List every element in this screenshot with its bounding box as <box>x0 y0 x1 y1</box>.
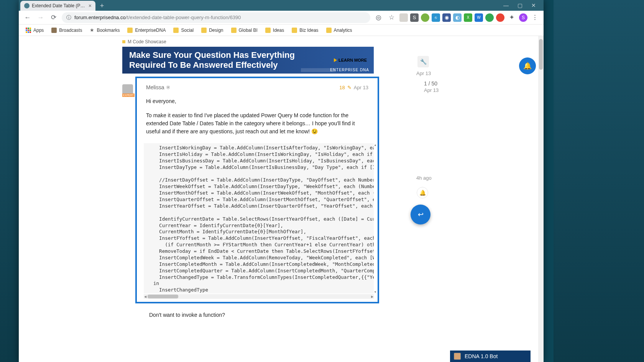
back-button[interactable]: ← <box>23 13 33 23</box>
pencil-icon: ✎ <box>347 85 352 90</box>
chat-title: EDNA 1.0 Bot <box>465 353 498 359</box>
bookmark-label: Social <box>181 28 194 33</box>
timeline-counter[interactable]: 1 / 50 <box>424 80 437 87</box>
minimize-button[interactable]: — <box>501 2 511 8</box>
page-viewport: M Code Showcase Make Sure Your Question … <box>19 36 544 362</box>
scrollbar-thumb[interactable] <box>539 39 543 70</box>
bookmark-bookmarks[interactable]: ★ Bookmarks <box>87 26 123 34</box>
timeline-counter-date: Apr 13 <box>424 87 439 93</box>
menu-button[interactable]: ⋮ <box>530 13 540 23</box>
folder-icon <box>265 28 271 33</box>
bookmark-enterprisedna[interactable]: EnterpriseDNA <box>124 26 169 34</box>
post-card: Melissa ⛨ 18 ✎ Apr 13 Hi everyone, To ma… <box>135 77 379 303</box>
post-avatar-block[interactable]: EXPERT <box>122 84 135 97</box>
post-body: Hi everyone, To make it easier to find I… <box>146 97 368 142</box>
post-paragraph: To make it easier to find I've placed th… <box>146 111 368 136</box>
bookmark-analytics[interactable]: Analytics <box>323 26 355 34</box>
bookmark-label: Global BI <box>239 28 258 33</box>
reload-button[interactable]: ⟳ <box>49 13 59 23</box>
tab-close-icon[interactable]: × <box>89 3 92 9</box>
new-tab-button[interactable]: + <box>97 1 107 11</box>
maximize-button[interactable]: ▢ <box>515 2 524 8</box>
bookmark-apps[interactable]: Apps <box>23 26 47 34</box>
category-label: M Code Showcase <box>128 39 166 44</box>
forward-button[interactable]: → <box>36 13 46 23</box>
followup-text: Don't want to invoke a function? <box>149 312 225 318</box>
notifications-button[interactable]: 🔔 <box>417 187 428 198</box>
promo-banner[interactable]: Make Sure Your Question Has Everything R… <box>122 47 374 74</box>
extension-icon-9[interactable] <box>485 13 494 22</box>
scrollbar-thumb[interactable] <box>148 295 178 298</box>
code-horizontal-scrollbar[interactable]: ◀ ▶ <box>144 294 374 299</box>
category-tag[interactable]: M Code Showcase <box>122 39 166 44</box>
chat-widget[interactable]: EDNA 1.0 Bot <box>450 351 531 362</box>
star-icon: ★ <box>90 27 94 33</box>
extension-icon-7[interactable]: X <box>464 13 472 22</box>
extension-icon-4[interactable]: ⎋ <box>432 13 440 22</box>
extension-icon-3[interactable] <box>421 13 429 22</box>
bookmark-global-bi[interactable]: Global BI <box>228 26 261 34</box>
browser-window: Extended Date Table (Power Qu… × + — ▢ ✕… <box>19 0 544 362</box>
window-controls: — ▢ ✕ <box>496 0 544 11</box>
bookmark-ideas[interactable]: Ideas <box>262 26 287 34</box>
desktop-wallpaper-right <box>554 0 644 362</box>
page-content: M Code Showcase Make Sure Your Question … <box>19 36 538 362</box>
bookmark-label: Apps <box>33 28 44 33</box>
bookmark-design[interactable]: Design <box>198 26 226 34</box>
folder-icon <box>173 28 179 33</box>
extension-icon-1[interactable] <box>399 13 408 22</box>
timeline-start-date[interactable]: Apr 13 <box>416 70 431 76</box>
bookmark-label: Biz Ideas <box>299 28 318 33</box>
folder-icon <box>201 28 207 33</box>
banner-text: Make Sure Your Question Has Everything R… <box>129 50 329 70</box>
bookmark-social[interactable]: Social <box>170 26 197 34</box>
expert-badge: EXPERT <box>122 93 135 97</box>
folder-icon <box>326 28 332 33</box>
bookmark-biz-ideas[interactable]: Biz Ideas <box>289 26 321 34</box>
reply-fab-button[interactable]: ↩ <box>411 205 430 224</box>
tab-bar: Extended Date Table (Power Qu… × + — ▢ ✕ <box>19 0 544 11</box>
code-vertical-scrollbar[interactable]: ▲ ▼ <box>374 143 377 293</box>
address-input[interactable]: ⓘ forum.enterprisedna.co/t/extended-date… <box>62 12 370 23</box>
extension-icon-10[interactable] <box>496 13 504 22</box>
folder-icon <box>231 28 237 33</box>
folder-icon <box>127 28 133 33</box>
scroll-right-icon[interactable]: ▶ <box>370 294 375 299</box>
notification-fab-button[interactable]: 🔔 <box>519 57 536 74</box>
timeline-end-date[interactable]: 4h ago <box>416 175 432 181</box>
bookmark-star-icon[interactable]: ☆ <box>386 13 396 23</box>
address-bar: ← → ⟳ ⓘ forum.enterprisedna.co/t/extende… <box>19 11 544 25</box>
page-scrollbar[interactable] <box>538 36 544 362</box>
edit-count[interactable]: 18 <box>339 85 345 90</box>
post-date[interactable]: Apr 13 <box>354 85 368 90</box>
lock-icon: ⓘ <box>66 14 71 21</box>
scroll-left-icon[interactable]: ◀ <box>143 294 148 299</box>
banner-cta-button[interactable]: LEARN MORE <box>334 56 367 64</box>
post-paragraph: Hi everyone, <box>146 97 368 105</box>
code-block[interactable]: InsertIsWorkingDay = Table.AddColumn(Ins… <box>144 143 374 293</box>
bookmark-broadcasts[interactable]: Broadcasts <box>48 26 85 34</box>
close-window-button[interactable]: ✕ <box>529 2 538 8</box>
browser-tab[interactable]: Extended Date Table (Power Qu… × <box>20 1 95 11</box>
bookmark-label: Bookmarks <box>97 28 120 33</box>
bookmark-label: Analytics <box>334 28 352 33</box>
site-info-icon[interactable]: ◎ <box>373 13 383 23</box>
play-icon <box>334 58 337 62</box>
chat-avatar <box>454 353 461 360</box>
folder-icon <box>292 28 297 33</box>
extensions-button[interactable]: ✦ <box>507 13 517 23</box>
extension-icon-2[interactable]: S <box>410 13 419 22</box>
extension-icon-5[interactable]: ◉ <box>442 13 451 22</box>
profile-avatar[interactable]: S <box>519 13 527 22</box>
bookmark-label: EnterpriseDNA <box>135 28 166 33</box>
scroll-up-icon[interactable]: ▲ <box>374 143 377 146</box>
scroll-down-icon[interactable]: ▼ <box>374 290 377 293</box>
tab-title: Extended Date Table (Power Qu… <box>32 3 86 8</box>
extension-icon-6[interactable]: ◐ <box>453 13 462 22</box>
admin-wrench-button[interactable]: 🔧 <box>417 56 429 67</box>
extension-icon-8[interactable]: W <box>475 13 483 22</box>
apps-icon <box>26 28 31 33</box>
post-author[interactable]: Melissa <box>146 84 164 90</box>
url-text: forum.enterprisedna.co/t/extended-date-t… <box>74 15 241 20</box>
banner-brand: ENTERPRISE DNA <box>330 68 369 72</box>
